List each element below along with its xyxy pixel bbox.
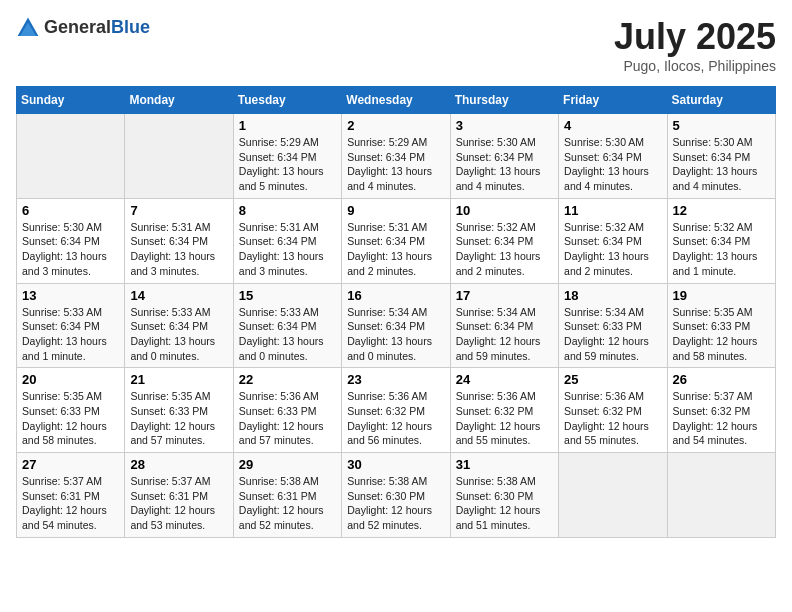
day-info: Sunrise: 5:36 AM Sunset: 6:33 PM Dayligh… xyxy=(239,389,336,448)
day-info: Sunrise: 5:37 AM Sunset: 6:32 PM Dayligh… xyxy=(673,389,770,448)
day-number: 14 xyxy=(130,288,227,303)
day-info: Sunrise: 5:36 AM Sunset: 6:32 PM Dayligh… xyxy=(456,389,553,448)
day-number: 18 xyxy=(564,288,661,303)
day-info: Sunrise: 5:35 AM Sunset: 6:33 PM Dayligh… xyxy=(673,305,770,364)
calendar-cell: 16Sunrise: 5:34 AM Sunset: 6:34 PM Dayli… xyxy=(342,283,450,368)
calendar-cell: 29Sunrise: 5:38 AM Sunset: 6:31 PM Dayli… xyxy=(233,453,341,538)
day-info: Sunrise: 5:35 AM Sunset: 6:33 PM Dayligh… xyxy=(130,389,227,448)
calendar-cell xyxy=(559,453,667,538)
day-info: Sunrise: 5:30 AM Sunset: 6:34 PM Dayligh… xyxy=(673,135,770,194)
day-number: 23 xyxy=(347,372,444,387)
calendar-cell: 8Sunrise: 5:31 AM Sunset: 6:34 PM Daylig… xyxy=(233,198,341,283)
day-number: 11 xyxy=(564,203,661,218)
calendar-cell: 4Sunrise: 5:30 AM Sunset: 6:34 PM Daylig… xyxy=(559,114,667,199)
day-number: 6 xyxy=(22,203,119,218)
weekday-header: Friday xyxy=(559,87,667,114)
calendar-week-row: 20Sunrise: 5:35 AM Sunset: 6:33 PM Dayli… xyxy=(17,368,776,453)
day-number: 15 xyxy=(239,288,336,303)
day-info: Sunrise: 5:30 AM Sunset: 6:34 PM Dayligh… xyxy=(456,135,553,194)
calendar-cell: 6Sunrise: 5:30 AM Sunset: 6:34 PM Daylig… xyxy=(17,198,125,283)
calendar-cell: 30Sunrise: 5:38 AM Sunset: 6:30 PM Dayli… xyxy=(342,453,450,538)
day-info: Sunrise: 5:36 AM Sunset: 6:32 PM Dayligh… xyxy=(564,389,661,448)
calendar-cell xyxy=(125,114,233,199)
day-info: Sunrise: 5:33 AM Sunset: 6:34 PM Dayligh… xyxy=(22,305,119,364)
day-number: 28 xyxy=(130,457,227,472)
day-number: 1 xyxy=(239,118,336,133)
day-info: Sunrise: 5:38 AM Sunset: 6:30 PM Dayligh… xyxy=(456,474,553,533)
day-info: Sunrise: 5:37 AM Sunset: 6:31 PM Dayligh… xyxy=(22,474,119,533)
calendar-week-row: 1Sunrise: 5:29 AM Sunset: 6:34 PM Daylig… xyxy=(17,114,776,199)
day-info: Sunrise: 5:34 AM Sunset: 6:33 PM Dayligh… xyxy=(564,305,661,364)
calendar-cell: 31Sunrise: 5:38 AM Sunset: 6:30 PM Dayli… xyxy=(450,453,558,538)
day-number: 16 xyxy=(347,288,444,303)
weekday-header: Wednesday xyxy=(342,87,450,114)
calendar-cell: 25Sunrise: 5:36 AM Sunset: 6:32 PM Dayli… xyxy=(559,368,667,453)
title-area: July 2025 Pugo, Ilocos, Philippines xyxy=(614,16,776,74)
logo-icon xyxy=(16,16,40,40)
day-number: 24 xyxy=(456,372,553,387)
calendar-week-row: 6Sunrise: 5:30 AM Sunset: 6:34 PM Daylig… xyxy=(17,198,776,283)
day-number: 26 xyxy=(673,372,770,387)
day-info: Sunrise: 5:32 AM Sunset: 6:34 PM Dayligh… xyxy=(673,220,770,279)
day-info: Sunrise: 5:31 AM Sunset: 6:34 PM Dayligh… xyxy=(239,220,336,279)
calendar-cell: 24Sunrise: 5:36 AM Sunset: 6:32 PM Dayli… xyxy=(450,368,558,453)
calendar-cell: 18Sunrise: 5:34 AM Sunset: 6:33 PM Dayli… xyxy=(559,283,667,368)
day-info: Sunrise: 5:35 AM Sunset: 6:33 PM Dayligh… xyxy=(22,389,119,448)
calendar-cell: 23Sunrise: 5:36 AM Sunset: 6:32 PM Dayli… xyxy=(342,368,450,453)
day-info: Sunrise: 5:34 AM Sunset: 6:34 PM Dayligh… xyxy=(456,305,553,364)
day-info: Sunrise: 5:32 AM Sunset: 6:34 PM Dayligh… xyxy=(564,220,661,279)
day-info: Sunrise: 5:30 AM Sunset: 6:34 PM Dayligh… xyxy=(22,220,119,279)
day-number: 20 xyxy=(22,372,119,387)
calendar-cell: 20Sunrise: 5:35 AM Sunset: 6:33 PM Dayli… xyxy=(17,368,125,453)
calendar-cell: 15Sunrise: 5:33 AM Sunset: 6:34 PM Dayli… xyxy=(233,283,341,368)
day-info: Sunrise: 5:30 AM Sunset: 6:34 PM Dayligh… xyxy=(564,135,661,194)
weekday-header: Tuesday xyxy=(233,87,341,114)
calendar-cell: 26Sunrise: 5:37 AM Sunset: 6:32 PM Dayli… xyxy=(667,368,775,453)
logo: GeneralBlue xyxy=(16,16,150,40)
weekday-header-row: SundayMondayTuesdayWednesdayThursdayFrid… xyxy=(17,87,776,114)
day-info: Sunrise: 5:37 AM Sunset: 6:31 PM Dayligh… xyxy=(130,474,227,533)
month-title: July 2025 xyxy=(614,16,776,58)
day-number: 4 xyxy=(564,118,661,133)
calendar-week-row: 13Sunrise: 5:33 AM Sunset: 6:34 PM Dayli… xyxy=(17,283,776,368)
calendar-cell: 14Sunrise: 5:33 AM Sunset: 6:34 PM Dayli… xyxy=(125,283,233,368)
day-number: 13 xyxy=(22,288,119,303)
day-number: 9 xyxy=(347,203,444,218)
day-info: Sunrise: 5:31 AM Sunset: 6:34 PM Dayligh… xyxy=(130,220,227,279)
location: Pugo, Ilocos, Philippines xyxy=(614,58,776,74)
day-number: 12 xyxy=(673,203,770,218)
calendar-cell: 11Sunrise: 5:32 AM Sunset: 6:34 PM Dayli… xyxy=(559,198,667,283)
day-number: 17 xyxy=(456,288,553,303)
day-number: 27 xyxy=(22,457,119,472)
day-number: 5 xyxy=(673,118,770,133)
day-info: Sunrise: 5:31 AM Sunset: 6:34 PM Dayligh… xyxy=(347,220,444,279)
calendar-table: SundayMondayTuesdayWednesdayThursdayFrid… xyxy=(16,86,776,538)
calendar-cell: 3Sunrise: 5:30 AM Sunset: 6:34 PM Daylig… xyxy=(450,114,558,199)
day-number: 8 xyxy=(239,203,336,218)
day-number: 31 xyxy=(456,457,553,472)
logo-blue: Blue xyxy=(111,17,150,37)
calendar-cell: 2Sunrise: 5:29 AM Sunset: 6:34 PM Daylig… xyxy=(342,114,450,199)
weekday-header: Thursday xyxy=(450,87,558,114)
logo-general: General xyxy=(44,17,111,37)
day-number: 22 xyxy=(239,372,336,387)
day-info: Sunrise: 5:34 AM Sunset: 6:34 PM Dayligh… xyxy=(347,305,444,364)
day-info: Sunrise: 5:33 AM Sunset: 6:34 PM Dayligh… xyxy=(239,305,336,364)
calendar-cell: 27Sunrise: 5:37 AM Sunset: 6:31 PM Dayli… xyxy=(17,453,125,538)
day-number: 19 xyxy=(673,288,770,303)
day-number: 10 xyxy=(456,203,553,218)
calendar-cell: 21Sunrise: 5:35 AM Sunset: 6:33 PM Dayli… xyxy=(125,368,233,453)
day-number: 2 xyxy=(347,118,444,133)
calendar-cell: 12Sunrise: 5:32 AM Sunset: 6:34 PM Dayli… xyxy=(667,198,775,283)
day-info: Sunrise: 5:32 AM Sunset: 6:34 PM Dayligh… xyxy=(456,220,553,279)
day-number: 7 xyxy=(130,203,227,218)
day-info: Sunrise: 5:29 AM Sunset: 6:34 PM Dayligh… xyxy=(347,135,444,194)
weekday-header: Saturday xyxy=(667,87,775,114)
calendar-cell: 17Sunrise: 5:34 AM Sunset: 6:34 PM Dayli… xyxy=(450,283,558,368)
calendar-cell xyxy=(667,453,775,538)
calendar-cell: 22Sunrise: 5:36 AM Sunset: 6:33 PM Dayli… xyxy=(233,368,341,453)
day-info: Sunrise: 5:36 AM Sunset: 6:32 PM Dayligh… xyxy=(347,389,444,448)
day-number: 3 xyxy=(456,118,553,133)
page-header: GeneralBlue July 2025 Pugo, Ilocos, Phil… xyxy=(16,16,776,74)
day-number: 21 xyxy=(130,372,227,387)
